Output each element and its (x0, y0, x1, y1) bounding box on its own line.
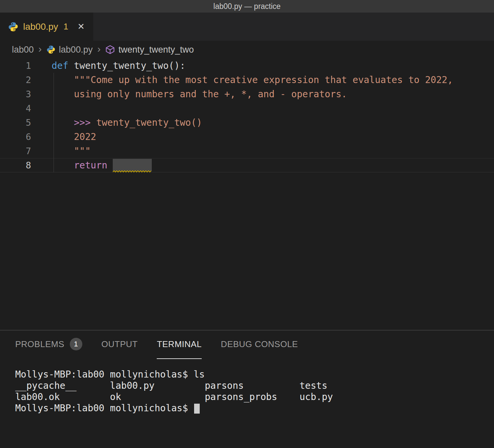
code-line[interactable]: 6 2022 (0, 130, 494, 144)
code-token: twenty_twenty_two() (96, 117, 202, 128)
tab-terminal-label: TERMINAL (157, 339, 201, 349)
line-number: 4 (0, 101, 43, 115)
breadcrumb-file[interactable]: lab00.py (59, 45, 93, 55)
code-token (107, 160, 113, 171)
code-lines: 1def twenty_twenty_two():2 """Come up wi… (0, 59, 494, 172)
terminal-line: lab00.ok ok parsons_probs ucb.py (15, 391, 494, 403)
selection-highlight (113, 159, 152, 171)
tab-problems-badge: 1 (63, 22, 68, 32)
code-line[interactable]: 7 """ (0, 144, 494, 158)
window-title: lab00.py — practice (213, 2, 280, 11)
code-token: 2022 (52, 131, 96, 142)
code-token (52, 117, 74, 128)
code-line[interactable]: 5 >>> twenty_twenty_two() (0, 115, 494, 130)
code-line[interactable]: 4 (0, 101, 494, 115)
chevron-right-icon: › (96, 43, 102, 56)
python-icon (46, 45, 56, 54)
line-number: 7 (0, 144, 43, 158)
code-line[interactable]: 2 """Come up with the most creative expr… (0, 73, 494, 87)
code-editor[interactable]: 1def twenty_twenty_two():2 """Come up wi… (0, 59, 494, 330)
code-token: """ (52, 146, 91, 157)
bottom-panel: PROBLEMS 1 OUTPUT TERMINAL DEBUG CONSOLE… (0, 330, 494, 448)
terminal-cursor (194, 404, 200, 414)
close-tab-icon[interactable]: ✕ (77, 22, 85, 32)
line-number: 3 (0, 87, 43, 101)
line-number: 6 (0, 130, 43, 144)
tab-output[interactable]: OUTPUT (102, 331, 138, 359)
breadcrumb-symbol[interactable]: twenty_twenty_two (118, 45, 194, 55)
code-token (52, 160, 74, 171)
terminal[interactable]: Mollys-MBP:lab00 mollynicholas$ ls__pyca… (0, 359, 494, 448)
chevron-right-icon: › (37, 43, 43, 56)
breadcrumb: lab00 › lab00.py › twenty_twenty_two (0, 41, 494, 59)
tab-label: lab00.py (23, 22, 58, 32)
editor-tab-bar: lab00.py 1 ✕ (0, 13, 494, 41)
terminal-line: __pycache__ lab00.py parsons tests (15, 380, 494, 391)
code-token (68, 60, 74, 71)
tab-debug-console-label: DEBUG CONSOLE (221, 339, 298, 349)
tab-terminal[interactable]: TERMINAL (157, 331, 201, 359)
indent-guide (54, 73, 54, 172)
tab-lab00py[interactable]: lab00.py 1 ✕ (0, 13, 93, 41)
line-number: 1 (0, 59, 43, 73)
code-line[interactable]: 1def twenty_twenty_two(): (0, 59, 494, 73)
panel-tab-bar: PROBLEMS 1 OUTPUT TERMINAL DEBUG CONSOLE (0, 331, 494, 359)
line-number: 8 (0, 158, 43, 172)
code-line[interactable]: 3 using only numbers and the +, *, and -… (0, 87, 494, 101)
code-token: return (74, 160, 107, 171)
code-token: def (52, 60, 68, 71)
code-token: >>> (74, 117, 91, 128)
code-token: """Come up with the most creative expres… (52, 74, 453, 85)
breadcrumb-folder[interactable]: lab00 (12, 45, 34, 55)
problems-count-badge: 1 (70, 338, 82, 350)
tab-debug-console[interactable]: DEBUG CONSOLE (221, 331, 298, 359)
line-number: 5 (0, 115, 43, 130)
line-number: 2 (0, 73, 43, 87)
vscode-window: lab00.py — practice lab00.py 1 ✕ lab00 ›… (0, 0, 494, 448)
tab-output-label: OUTPUT (102, 339, 138, 349)
title-bar: lab00.py — practice (0, 0, 494, 13)
warning-squiggle-icon (113, 170, 152, 173)
tab-problems-label: PROBLEMS (15, 339, 64, 349)
terminal-line: Mollys-MBP:lab00 mollynicholas$ (15, 403, 494, 414)
tab-problems[interactable]: PROBLEMS 1 (15, 331, 82, 359)
code-token: using only numbers and the +, *, and - o… (52, 89, 347, 100)
symbol-cube-icon (105, 45, 115, 55)
code-token: twenty_twenty_two(): (74, 60, 185, 71)
code-line[interactable]: 8 return (0, 158, 494, 172)
python-icon (8, 22, 19, 32)
terminal-line: Mollys-MBP:lab00 mollynicholas$ ls (15, 369, 494, 380)
code-token (91, 117, 96, 128)
